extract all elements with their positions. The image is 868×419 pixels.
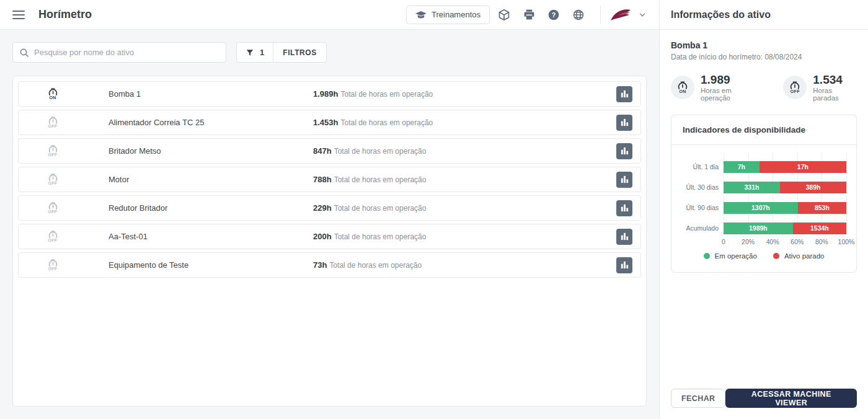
filters-button[interactable]: 1 FILTROS [236, 42, 327, 63]
hourmeter-off-icon: OFF [43, 202, 62, 214]
close-button[interactable]: FECHAR [671, 389, 725, 408]
main-content: 1 FILTROS ON Bomba 1 1.989hTotal de hora… [0, 30, 659, 419]
graduation-cap-icon [415, 11, 427, 19]
funnel-icon [246, 48, 254, 57]
bar-chart-icon [620, 203, 629, 213]
asset-row-bomba-1[interactable]: ON Bomba 1 1.989hTotal de horas em opera… [18, 81, 641, 107]
asset-name: Aa-Test-01 [108, 232, 313, 241]
bar-chart-icon [620, 89, 629, 99]
chart-legend: Em operação Ativo parado [681, 252, 846, 260]
panel-title: Informações do ativo [660, 0, 868, 30]
stat-hours-on: ON 1.989 Horas em operação [671, 73, 760, 102]
bar-operating: 1307h [724, 202, 798, 214]
open-chart-button[interactable] [616, 143, 632, 159]
search-box[interactable] [12, 42, 226, 63]
asset-hours: 788hTotal de horas em operação [313, 175, 616, 184]
search-input[interactable] [34, 48, 219, 57]
hour-stats: ON 1.989 Horas em operação OFF 1.534 Hor… [671, 73, 857, 102]
asset-name: Redutor Britador [108, 203, 313, 213]
asset-hours: 200hTotal de horas em operação [313, 232, 616, 241]
bar-chart-icon [620, 146, 629, 156]
asset-hours: 73hTotal de horas em operação [313, 260, 616, 270]
chart-row: Últ. 1 dia 7h17h [681, 161, 846, 173]
asset-name: Bomba 1 [108, 89, 313, 99]
bar-chart-icon [620, 260, 629, 270]
open-chart-button[interactable] [616, 200, 632, 216]
package-icon[interactable] [494, 4, 515, 25]
filters-label: FILTROS [273, 43, 326, 62]
bar-chart-icon [620, 118, 629, 127]
asset-row-alimentador[interactable]: OFF Alimentador Correia TC 25 1.453hTota… [18, 110, 641, 135]
panel-footer: FECHAR ACESSAR MACHINE VIEWER [671, 389, 857, 408]
availability-chart: Últ. 1 dia 7h17h Últ. 30 dias 331h389h Ú… [671, 145, 856, 272]
hourmeter-off-icon: OFF [43, 145, 62, 157]
hourmeter-start-date: Data de início do horímetro: 08/08/2024 [671, 53, 857, 61]
stat-value: 1.989 [701, 73, 760, 87]
horimetro-app: Horímetro Treinamentos [0, 0, 868, 419]
legend-stopped: Ativo parado [773, 252, 825, 260]
legend-operating: Em operação [704, 252, 757, 260]
printer-icon[interactable] [518, 4, 539, 25]
bar-chart-icon [620, 232, 629, 241]
stat-hours-off: OFF 1.534 Horas paradas [783, 73, 857, 102]
hourmeter-off-icon: OFF [43, 117, 62, 128]
asset-row-redutor[interactable]: OFF Redutor Britador 229hTotal de horas … [18, 195, 641, 221]
bar-stopped: 17h [760, 161, 846, 173]
hourmeter-off-icon: OFF [43, 231, 62, 242]
chart-row: Últ. 30 dias 331h389h [681, 182, 846, 193]
hourmeter-on-icon: ON [671, 76, 694, 99]
brand-logo [609, 7, 632, 23]
bar-operating: 331h [724, 182, 780, 193]
bar-chart-icon [620, 175, 629, 184]
asset-hours: 1.453hTotal de horas em operação [313, 118, 616, 127]
hourmeter-on-icon: ON [43, 88, 62, 100]
asset-name: Alimentador Correia TC 25 [108, 118, 313, 127]
bar-operating: 7h [724, 161, 760, 173]
bar-operating: 1989h [724, 223, 793, 234]
asset-name: Equipamento de Teste [108, 260, 313, 270]
hourmeter-off-icon: OFF [43, 259, 62, 271]
access-machine-viewer-button[interactable]: ACESSAR MACHINE VIEWER [725, 389, 857, 408]
asset-name: Motor [108, 175, 313, 184]
asset-row-equipamento-teste[interactable]: OFF Equipamento de Teste 73hTotal de hor… [18, 252, 641, 278]
menu-icon[interactable] [12, 11, 25, 19]
asset-hours: 229hTotal de horas em operação [313, 203, 616, 213]
open-chart-button[interactable] [616, 172, 632, 188]
chevron-down-icon[interactable] [638, 11, 647, 19]
svg-text:?: ? [552, 11, 556, 18]
open-chart-button[interactable] [616, 257, 632, 273]
asset-row-motor[interactable]: OFF Motor 788hTotal de horas em operação [18, 167, 641, 192]
search-icon [19, 48, 29, 58]
chart-title: Indicadores de disponibilidade [671, 115, 856, 145]
asset-row-britador-metso[interactable]: OFF Britador Metso 847hTotal de horas em… [18, 138, 641, 164]
open-chart-button[interactable] [616, 86, 632, 102]
help-icon[interactable]: ? [543, 4, 564, 25]
asset-row-aa-test[interactable]: OFF Aa-Test-01 200hTotal de horas em ope… [18, 224, 641, 249]
header-divider [600, 6, 601, 24]
asset-name: Britador Metso [108, 146, 313, 156]
hourmeter-off-icon: OFF [783, 76, 807, 99]
asset-list: ON Bomba 1 1.989hTotal de horas em opera… [12, 76, 647, 407]
chart-row: Últ. 90 dias 1307h853h [681, 202, 846, 214]
selected-asset-name: Bomba 1 [671, 40, 857, 50]
stat-label: Horas paradas [813, 87, 857, 102]
globe-icon[interactable] [568, 4, 589, 25]
bar-stopped: 853h [798, 202, 846, 214]
main-column: Horímetro Treinamentos [0, 0, 659, 419]
asset-hours: 847hTotal de horas em operação [313, 146, 616, 156]
toolbar: 1 FILTROS [12, 42, 647, 63]
hourmeter-off-icon: OFF [43, 174, 62, 185]
chart-x-axis: 0 20% 40% 60% 80% 100% [724, 237, 846, 246]
open-chart-button[interactable] [616, 229, 632, 245]
availability-chart-card: Indicadores de disponibilidade Últ. 1 di… [671, 115, 857, 273]
main-header: Horímetro Treinamentos [0, 0, 659, 30]
asset-hours: 1.989hTotal de horas em operação [313, 89, 616, 99]
bar-stopped: 389h [780, 182, 846, 193]
filter-count: 1 [260, 48, 264, 57]
trainings-button[interactable]: Treinamentos [406, 6, 490, 24]
stat-value: 1.534 [813, 73, 857, 87]
page-title: Horímetro [38, 8, 92, 21]
stat-label: Horas em operação [701, 87, 760, 102]
open-chart-button[interactable] [616, 115, 632, 131]
bar-stopped: 1534h [793, 223, 846, 234]
